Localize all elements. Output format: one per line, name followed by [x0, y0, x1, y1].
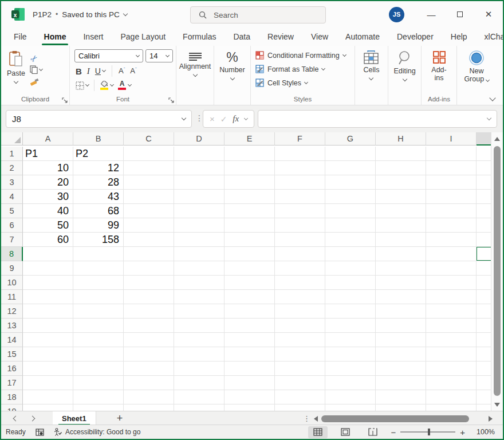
- cell-G4[interactable]: [325, 190, 376, 204]
- cell-F16[interactable]: [275, 362, 325, 376]
- cell-A2[interactable]: 10: [23, 161, 73, 175]
- cell-F9[interactable]: [275, 261, 325, 276]
- bold-button[interactable]: B: [76, 66, 82, 76]
- insert-function-button[interactable]: fx: [233, 114, 239, 124]
- cell-I9[interactable]: [426, 261, 477, 276]
- cell-C4[interactable]: [124, 190, 174, 204]
- row-header-6[interactable]: 6: [1, 218, 23, 233]
- cell-E1[interactable]: [225, 147, 275, 161]
- cell-G17[interactable]: [325, 376, 376, 390]
- cell-A5[interactable]: 40: [23, 204, 73, 218]
- cell-J11[interactable]: [477, 290, 492, 304]
- cell-E11[interactable]: [225, 290, 275, 304]
- cell-C2[interactable]: [124, 161, 174, 175]
- cell-G11[interactable]: [325, 290, 376, 304]
- cell-E14[interactable]: [225, 333, 275, 347]
- cell-G1[interactable]: [325, 147, 376, 161]
- format-painter-button[interactable]: [30, 77, 42, 88]
- zoom-slider[interactable]: [400, 431, 455, 433]
- cell-J1[interactable]: [477, 147, 492, 161]
- expand-formula-bar-chevron-icon[interactable]: [487, 116, 491, 120]
- row-header-14[interactable]: 14: [1, 333, 23, 347]
- row-header-7[interactable]: 7: [1, 233, 23, 247]
- tab-page-layout[interactable]: Page Layout: [119, 29, 167, 44]
- cell-H19[interactable]: [376, 404, 426, 411]
- cell-F14[interactable]: [275, 333, 325, 347]
- row-header-11[interactable]: 11: [1, 290, 23, 304]
- cell-B12[interactable]: [73, 304, 124, 319]
- vertical-scrollbar-thumb[interactable]: [494, 146, 501, 396]
- cell-H10[interactable]: [376, 276, 426, 290]
- cell-H1[interactable]: [376, 147, 426, 161]
- cell-G9[interactable]: [325, 261, 376, 276]
- scroll-down-button[interactable]: [491, 398, 503, 411]
- cell-I5[interactable]: [426, 204, 477, 218]
- search-input[interactable]: Search: [190, 6, 326, 23]
- cell-H13[interactable]: [376, 319, 426, 333]
- cell-E5[interactable]: [225, 204, 275, 218]
- cell-J17[interactable]: [477, 376, 492, 390]
- cell-J16[interactable]: [477, 362, 492, 376]
- cell-C5[interactable]: [124, 204, 174, 218]
- cell-J19[interactable]: [477, 404, 492, 411]
- cell-C6[interactable]: [124, 218, 174, 233]
- cell-D1[interactable]: [174, 147, 225, 161]
- font-color-button[interactable]: A: [117, 81, 131, 90]
- format-as-table-button[interactable]: Format as Table: [253, 63, 348, 75]
- cell-B16[interactable]: [73, 362, 124, 376]
- cell-E16[interactable]: [225, 362, 275, 376]
- cell-D14[interactable]: [174, 333, 225, 347]
- cell-I8[interactable]: [426, 247, 477, 261]
- clipboard-dialog-launcher-icon[interactable]: [62, 97, 68, 103]
- cell-C1[interactable]: [124, 147, 174, 161]
- cell-C12[interactable]: [124, 304, 174, 319]
- cell-A12[interactable]: [23, 304, 73, 319]
- cell-A7[interactable]: 60: [23, 233, 73, 247]
- cell-B19[interactable]: [73, 404, 124, 411]
- font-name-select[interactable]: Calibri: [74, 49, 143, 62]
- cell-F12[interactable]: [275, 304, 325, 319]
- column-header-B[interactable]: B: [73, 132, 124, 146]
- decrease-font-size-button[interactable]: Aˇ: [130, 66, 136, 75]
- cell-F17[interactable]: [275, 376, 325, 390]
- tab-automate[interactable]: Automate: [344, 29, 381, 44]
- row-header-10[interactable]: 10: [1, 276, 23, 290]
- fill-color-button[interactable]: [100, 81, 113, 90]
- cell-A19[interactable]: [23, 404, 73, 411]
- macro-record-button[interactable]: [36, 429, 44, 436]
- cell-H4[interactable]: [376, 190, 426, 204]
- zoom-out-button[interactable]: −: [391, 427, 396, 437]
- cell-G8[interactable]: [325, 247, 376, 261]
- page-layout-view-button[interactable]: [336, 426, 355, 438]
- cell-I2[interactable]: [426, 161, 477, 175]
- cell-C11[interactable]: [124, 290, 174, 304]
- cell-B6[interactable]: 99: [73, 218, 124, 233]
- cell-A16[interactable]: [23, 362, 73, 376]
- cell-E15[interactable]: [225, 347, 275, 362]
- cancel-button[interactable]: ×: [210, 114, 215, 124]
- cell-J13[interactable]: [477, 319, 492, 333]
- cell-G10[interactable]: [325, 276, 376, 290]
- cell-C13[interactable]: [124, 319, 174, 333]
- cell-E2[interactable]: [225, 161, 275, 175]
- cell-B5[interactable]: 68: [73, 204, 124, 218]
- cell-I19[interactable]: [426, 404, 477, 411]
- cell-G6[interactable]: [325, 218, 376, 233]
- cell-F10[interactable]: [275, 276, 325, 290]
- conditional-formatting-button[interactable]: Conditional Formatting: [253, 49, 348, 61]
- cell-I15[interactable]: [426, 347, 477, 362]
- column-header-F[interactable]: F: [275, 132, 325, 146]
- addins-button[interactable]: Add-ins: [424, 48, 454, 84]
- cell-D11[interactable]: [174, 290, 225, 304]
- cell-B9[interactable]: [73, 261, 124, 276]
- cell-D5[interactable]: [174, 204, 225, 218]
- horizontal-scrollbar-thumb[interactable]: [321, 415, 469, 422]
- cell-B3[interactable]: 28: [73, 175, 124, 190]
- editing-button[interactable]: Editing: [390, 48, 419, 83]
- cell-C8[interactable]: [124, 247, 174, 261]
- cell-I12[interactable]: [426, 304, 477, 319]
- row-header-9[interactable]: 9: [1, 261, 23, 276]
- cell-I3[interactable]: [426, 175, 477, 190]
- vertical-scrollbar[interactable]: [491, 132, 503, 411]
- row-header-17[interactable]: 17: [1, 376, 23, 390]
